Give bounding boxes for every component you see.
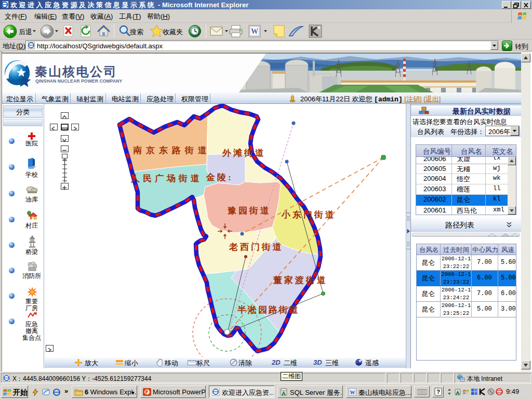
svg-text:老西门街道: 老西门街道 (229, 242, 284, 252)
svg-text:半淞园路街道: 半淞园路街道 (237, 305, 300, 315)
svg-text:豫园街道: 豫园街道 (228, 206, 271, 216)
svg-text:外滩街道: 外滩街道 (222, 148, 266, 158)
svg-text:?: ? (436, 389, 440, 395)
svg-text:董家渡街道: 董家渡街道 (273, 275, 328, 285)
svg-text:W: W (350, 390, 355, 395)
svg-text:小东门街道: 小东门街道 (281, 210, 336, 220)
svg-text:秦山核电公司: 秦山核电公司 (35, 65, 117, 78)
svg-text:W: W (251, 28, 258, 35)
svg-text:南京东路街道: 南京东路街道 (133, 145, 211, 155)
svg-text:人民广场街道: 人民广场街道 (130, 174, 203, 183)
svg-text:QINSHAN NUCLEAR POWER COMPANY: QINSHAN NUCLEAR POWER COMPANY (35, 78, 123, 84)
svg-text:金陵:: 金陵: (206, 172, 233, 182)
